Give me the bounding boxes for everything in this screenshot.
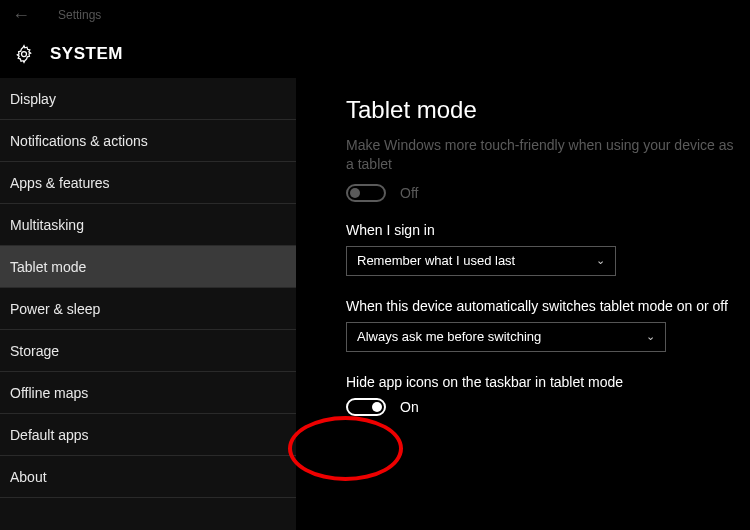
main-panel: Tablet mode Make Windows more touch-frie… — [296, 78, 750, 530]
sidebar-item-display[interactable]: Display — [0, 78, 296, 120]
app-title: Settings — [58, 8, 101, 22]
page-subtitle: Make Windows more touch-friendly when us… — [346, 136, 736, 174]
hide-icons-toggle[interactable] — [346, 398, 386, 416]
sidebar-item-notifications[interactable]: Notifications & actions — [0, 120, 296, 162]
back-icon[interactable]: ← — [12, 5, 36, 26]
switch-select-value: Always ask me before switching — [357, 329, 541, 344]
switch-select[interactable]: Always ask me before switching ⌄ — [346, 322, 666, 352]
sidebar-item-default-apps[interactable]: Default apps — [0, 414, 296, 456]
section-title: SYSTEM — [50, 44, 123, 64]
sidebar-item-tablet-mode[interactable]: Tablet mode — [0, 246, 296, 288]
chevron-down-icon: ⌄ — [646, 330, 655, 343]
sidebar: Display Notifications & actions Apps & f… — [0, 78, 296, 530]
sidebar-item-offline-maps[interactable]: Offline maps — [0, 372, 296, 414]
signin-select-value: Remember what I used last — [357, 253, 515, 268]
tablet-mode-toggle — [346, 184, 386, 202]
gear-icon — [12, 42, 36, 66]
sidebar-item-about[interactable]: About — [0, 456, 296, 498]
sidebar-item-storage[interactable]: Storage — [0, 330, 296, 372]
sidebar-item-power[interactable]: Power & sleep — [0, 288, 296, 330]
page-title: Tablet mode — [346, 96, 750, 124]
annotation-ellipse — [288, 416, 403, 481]
signin-label: When I sign in — [346, 222, 750, 238]
tablet-mode-toggle-label: Off — [400, 185, 418, 201]
signin-select[interactable]: Remember what I used last ⌄ — [346, 246, 616, 276]
sidebar-item-apps[interactable]: Apps & features — [0, 162, 296, 204]
hide-icons-label: Hide app icons on the taskbar in tablet … — [346, 374, 750, 390]
hide-icons-toggle-label: On — [400, 399, 419, 415]
sidebar-item-multitasking[interactable]: Multitasking — [0, 204, 296, 246]
switch-label: When this device automatically switches … — [346, 298, 750, 314]
chevron-down-icon: ⌄ — [596, 254, 605, 267]
svg-point-0 — [22, 52, 27, 57]
